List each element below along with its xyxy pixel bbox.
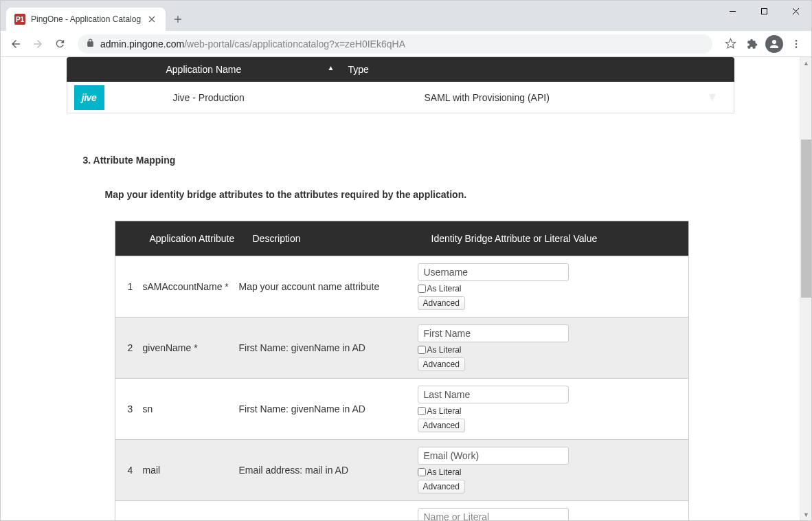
window-maximize-button[interactable] <box>748 1 780 21</box>
row-number: 1 <box>115 281 136 292</box>
app-logo: jive <box>74 85 104 110</box>
row-attribute: sAMAccountName * <box>136 281 239 292</box>
row-number: 4 <box>115 465 136 476</box>
table-row: 2givenName *First Name: givenName in ADA… <box>115 317 688 378</box>
row-description: First Name: givenName in AD <box>239 403 418 414</box>
url-text: admin.pingone.com/web-portal/cas/applica… <box>100 38 405 49</box>
close-tab-icon[interactable] <box>146 14 157 25</box>
as-literal-checkbox[interactable] <box>418 285 426 293</box>
svg-point-1 <box>796 40 798 42</box>
as-literal-checkbox[interactable] <box>418 346 426 354</box>
attribute-value-input[interactable] <box>418 324 569 342</box>
advanced-button[interactable]: Advanced <box>418 480 465 494</box>
row-description: Map your account name attribute <box>239 281 418 292</box>
advanced-button[interactable]: Advanced <box>418 357 465 371</box>
nav-reload-button[interactable] <box>50 34 69 54</box>
table-row: 5objectGUIDObjectGuid: objectGUID in ADA… <box>115 500 688 520</box>
col-header-value: Identity Bridge Attribute or Literal Val… <box>431 228 686 249</box>
col-header-app-name[interactable]: Application Name ▲ <box>67 64 348 75</box>
menu-button[interactable] <box>787 34 806 54</box>
col-header-description: Description <box>253 233 431 244</box>
row-number: 2 <box>115 342 136 353</box>
expand-caret-icon[interactable]: ▼ <box>706 90 719 104</box>
browser-tab[interactable]: P1 PingOne - Application Catalog <box>6 8 166 31</box>
row-attribute: givenName * <box>136 342 239 353</box>
col-header-app-attribute: Application Attribute <box>150 233 253 244</box>
attribute-value-input[interactable] <box>418 508 569 520</box>
svg-point-3 <box>796 46 798 48</box>
new-tab-button[interactable] <box>168 10 188 29</box>
scroll-up-arrow[interactable]: ▲ <box>800 57 811 69</box>
advanced-button[interactable]: Advanced <box>418 296 465 310</box>
app-header-row: Application Name ▲ Type <box>67 57 734 82</box>
as-literal-checkbox[interactable] <box>418 407 426 415</box>
tab-title: PingOne - Application Catalog <box>31 14 141 24</box>
bookmark-button[interactable] <box>721 34 740 54</box>
table-row: 3snFirst Name: givenName in ADAs Literal… <box>115 378 688 439</box>
advanced-button[interactable]: Advanced <box>418 419 465 432</box>
svg-point-2 <box>796 43 798 45</box>
app-row-name: Jive - Production <box>104 92 349 103</box>
section-subtitle: Map your identity bridge attributes to t… <box>105 189 734 200</box>
nav-back-button[interactable] <box>6 34 25 54</box>
attribute-table: Application Attribute Description Identi… <box>115 221 689 520</box>
as-literal-checkbox[interactable] <box>418 468 426 476</box>
table-row: 4mailEmail address: mail in ADAs Literal… <box>115 439 688 500</box>
lock-icon <box>86 38 95 50</box>
as-literal-label[interactable]: As Literal <box>418 467 672 477</box>
row-attribute: mail <box>136 465 239 476</box>
favicon: P1 <box>14 14 25 25</box>
row-description: Email address: mail in AD <box>239 465 418 476</box>
as-literal-label[interactable]: As Literal <box>418 406 672 416</box>
svg-rect-0 <box>761 8 767 14</box>
nav-forward-button[interactable] <box>28 34 47 54</box>
row-description: First Name: givenName in AD <box>239 342 418 353</box>
scroll-thumb[interactable] <box>801 140 811 298</box>
window-close-button[interactable] <box>780 1 811 21</box>
col-header-type[interactable]: Type <box>348 64 369 75</box>
attribute-value-input[interactable] <box>418 447 569 465</box>
app-row-type: SAML with Provisioning (API) <box>349 92 550 103</box>
url-field[interactable]: admin.pingone.com/web-portal/cas/applica… <box>78 34 712 54</box>
titlebar: P1 PingOne - Application Catalog <box>1 1 811 31</box>
attribute-value-input[interactable] <box>418 386 569 403</box>
vertical-scrollbar[interactable]: ▲ ▼ <box>800 57 811 520</box>
scroll-down-arrow[interactable]: ▼ <box>800 509 811 520</box>
row-attribute: sn <box>136 403 239 414</box>
sort-caret-up-icon: ▲ <box>328 64 335 71</box>
as-literal-label[interactable]: As Literal <box>418 345 672 355</box>
profile-button[interactable] <box>765 34 784 54</box>
as-literal-label[interactable]: As Literal <box>418 284 672 293</box>
app-row[interactable]: jive Jive - Production SAML with Provisi… <box>67 82 734 113</box>
attr-header-row: Application Attribute Description Identi… <box>115 221 688 256</box>
section-title: 3. Attribute Mapping <box>83 155 734 166</box>
attribute-value-input[interactable] <box>418 263 569 281</box>
address-bar: admin.pingone.com/web-portal/cas/applica… <box>1 31 811 57</box>
row-number: 3 <box>115 403 136 414</box>
window-minimize-button[interactable] <box>717 1 748 21</box>
table-row: 1sAMAccountName *Map your account name a… <box>115 256 688 317</box>
extensions-button[interactable] <box>743 34 762 54</box>
